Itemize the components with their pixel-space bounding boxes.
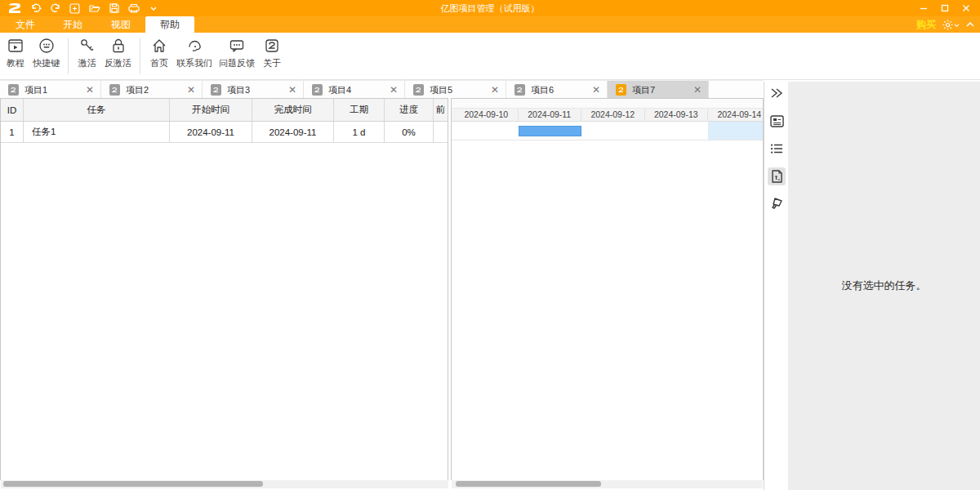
document-icon — [109, 84, 120, 96]
menu-view[interactable]: 视图 — [104, 16, 138, 33]
document-icon — [8, 84, 19, 96]
shortcuts-button[interactable]: 快捷键 — [29, 37, 63, 76]
tab-project5[interactable]: 项目5 ✕ — [405, 81, 506, 99]
task-detail-view-icon[interactable] — [768, 112, 786, 130]
cell-progress[interactable]: 0% — [385, 122, 434, 142]
gantt-task-row — [452, 122, 763, 140]
about-label: 关于 — [263, 57, 281, 69]
task-table-pane: ID 任务 开始时间 完成时间 工期 进度 前 1 任务1 2024-09-11… — [0, 98, 448, 480]
document-icon — [413, 84, 424, 96]
document-icon — [514, 84, 525, 96]
close-button[interactable] — [956, 0, 977, 16]
tutorial-label: 教程 — [7, 57, 24, 69]
right-side-toolbar — [764, 82, 788, 490]
document-icon — [616, 84, 626, 96]
tab-close-icon[interactable]: ✕ — [489, 84, 501, 96]
column-header-id[interactable]: ID — [1, 99, 24, 121]
gantt-hscrollbar-thumb[interactable] — [456, 481, 601, 487]
menu-file[interactable]: 文件 — [8, 16, 42, 33]
tab-project4[interactable]: 项目4 ✕ — [304, 81, 405, 99]
feedback-button[interactable]: 问题反馈 — [216, 37, 258, 76]
home-label: 首页 — [150, 57, 168, 69]
document-icon — [211, 84, 221, 96]
tab-close-icon[interactable]: ✕ — [84, 84, 96, 96]
column-header-task[interactable]: 任务 — [24, 99, 170, 121]
maximize-button[interactable] — [934, 0, 956, 16]
settings-gear-icon[interactable] — [942, 19, 960, 31]
minimize-button[interactable] — [913, 0, 934, 16]
table-hscrollbar-thumb[interactable] — [3, 481, 263, 487]
home-icon — [150, 37, 168, 55]
tab-close-icon[interactable]: ✕ — [185, 84, 197, 96]
tab-project2[interactable]: 项目2 ✕ — [101, 81, 203, 99]
column-header-duration[interactable]: 工期 — [334, 99, 385, 121]
tab-label: 项目7 — [632, 84, 692, 96]
column-header-progress[interactable]: 进度 — [385, 99, 434, 121]
activate-label: 激活 — [78, 57, 96, 69]
gantt-task-bar[interactable] — [519, 126, 582, 136]
buy-button[interactable]: 购买 — [916, 18, 936, 32]
task-list-view-icon[interactable] — [768, 140, 786, 158]
cell-end[interactable]: 2024-09-11 — [252, 122, 334, 142]
tab-label: 项目1 — [24, 84, 84, 96]
tutorial-video-icon — [7, 37, 24, 55]
gantt-horizontal-scrollbar[interactable] — [452, 480, 763, 488]
cell-task[interactable]: 任务1 — [24, 122, 170, 142]
column-header-start[interactable]: 开始时间 — [170, 99, 252, 121]
tab-label: 项目6 — [531, 84, 590, 96]
gantt-chart-pane: 2024-09-10 2024-09-11 2024-09-12 2024-09… — [451, 98, 764, 480]
feedback-bubble-icon — [228, 37, 246, 55]
gantt-date: 2024-09-13 — [645, 109, 709, 122]
feedback-label: 问题反馈 — [219, 57, 255, 69]
shortcuts-label: 快捷键 — [33, 57, 60, 69]
cell-duration[interactable]: 1 d — [334, 122, 385, 142]
gantt-date: 2024-09-11 — [519, 109, 582, 122]
tab-label: 项目2 — [126, 84, 185, 96]
gantt-date: 2024-09-14 — [708, 109, 764, 122]
window-title: 亿图项目管理（试用版） — [0, 0, 980, 16]
menu-bar: 文件 开始 视图 帮助 购买 — [0, 16, 980, 33]
format-painter-icon[interactable] — [768, 194, 786, 212]
gantt-date: 2024-09-12 — [581, 109, 645, 122]
lock-icon — [109, 37, 127, 55]
tab-close-icon[interactable]: ✕ — [388, 84, 399, 96]
cell-start[interactable]: 2024-09-11 — [170, 122, 252, 142]
menu-help[interactable]: 帮助 — [145, 16, 194, 33]
tab-project1[interactable]: 项目1 ✕ — [0, 81, 101, 99]
tab-project6[interactable]: 项目6 ✕ — [506, 81, 608, 99]
tab-close-icon[interactable]: ✕ — [692, 84, 703, 96]
tab-project3[interactable]: 项目3 ✕ — [203, 81, 304, 99]
document-icon — [312, 84, 323, 96]
menubar-right-controls: 购买 — [916, 16, 975, 33]
gantt-date: 2024-09-10 — [455, 109, 519, 122]
home-button[interactable]: 首页 — [145, 37, 173, 76]
tab-project7-active[interactable]: 项目7 ✕ — [608, 81, 709, 99]
table-row[interactable]: 1 任务1 2024-09-11 2024-09-11 1 d 0% — [1, 122, 448, 143]
column-header-end[interactable]: 完成时间 — [252, 99, 334, 121]
key-icon — [78, 37, 96, 55]
page-properties-view-icon[interactable] — [768, 167, 786, 185]
menu-start[interactable]: 开始 — [56, 16, 90, 33]
gantt-today-highlight — [708, 122, 764, 140]
ribbon-separator — [140, 38, 140, 74]
deactivate-button[interactable]: 反激活 — [101, 37, 135, 76]
table-horizontal-scrollbar[interactable] — [1, 480, 448, 488]
window-controls — [913, 0, 977, 16]
contact-us-button[interactable]: 联系我们 — [173, 37, 216, 76]
task-detail-panel: 没有选中的任务。 — [788, 82, 980, 490]
collapse-ribbon-icon[interactable] — [965, 17, 975, 32]
tab-close-icon[interactable]: ✕ — [590, 84, 602, 96]
no-task-selected-message: 没有选中的任务。 — [842, 278, 927, 293]
expand-panel-chevrons-icon[interactable] — [768, 84, 786, 102]
contact-us-label: 联系我们 — [176, 57, 212, 69]
tab-close-icon[interactable]: ✕ — [287, 84, 298, 96]
cell-predecessor[interactable] — [434, 122, 448, 142]
document-tab-bar: 项目1 ✕ 项目2 ✕ 项目3 ✕ 项目4 ✕ 项目5 ✕ 项目6 ✕ 项目7 … — [0, 80, 764, 98]
about-button[interactable]: 关于 — [258, 37, 286, 76]
column-header-predecessor[interactable]: 前 — [434, 99, 448, 121]
ribbon-toolbar: 教程 快捷键 激活 反激活 首页 联系我们 问题反馈 — [0, 33, 980, 80]
title-bar: 亿图项目管理（试用版） — [0, 0, 980, 16]
cell-id[interactable]: 1 — [1, 122, 24, 142]
activate-button[interactable]: 激活 — [74, 37, 101, 76]
tutorial-button[interactable]: 教程 — [2, 37, 29, 76]
